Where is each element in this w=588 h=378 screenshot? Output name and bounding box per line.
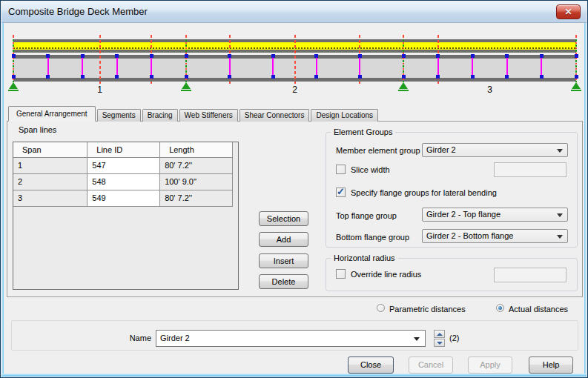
support-base-line	[8, 90, 19, 91]
selection-button[interactable]: Selection	[259, 211, 308, 226]
flange-groups-label: Specify flange groups for lateral bendin…	[351, 188, 497, 197]
dialog-window: 123 Composite Bridge Deck Member ✕ Gener…	[0, 0, 588, 378]
bottom-flange-group-label: Bottom flange group	[336, 233, 409, 242]
support-triangle-icon	[572, 82, 581, 89]
override-line-radius-input[interactable]	[494, 268, 566, 282]
support-base-line	[398, 90, 409, 91]
top-flange-group-label: Top flange group	[336, 211, 397, 220]
tab-design-locations[interactable]: Design Locations	[311, 109, 378, 122]
help-button[interactable]: Help	[529, 357, 573, 374]
bottom-flange-node	[575, 75, 578, 79]
support-triangle-icon	[9, 82, 18, 89]
actual-distances-radio[interactable]	[496, 304, 504, 312]
span-number-label: 2	[289, 84, 301, 95]
cross-brace-line	[316, 58, 317, 76]
top-flange-node	[358, 54, 362, 58]
add-button[interactable]: Add	[259, 232, 308, 247]
delete-button[interactable]: Delete	[259, 274, 308, 289]
bottom-flange-node	[436, 75, 440, 79]
table-cell[interactable]: 547	[87, 157, 160, 173]
down-arrow-icon	[437, 342, 443, 345]
tab-shear-connectors[interactable]: Shear Connectors	[240, 109, 310, 122]
bottom-flange-node	[185, 75, 188, 79]
top-flange-node	[185, 54, 188, 58]
column-header-line-id: Line ID	[87, 142, 160, 157]
member-element-group-value: Girder 2	[426, 145, 456, 154]
bottom-flange-node	[81, 75, 85, 79]
span-number-label: 1	[94, 84, 106, 95]
window-title: Composite Bridge Deck Member	[8, 6, 148, 17]
top-flange-node	[314, 54, 318, 58]
window-border-left	[1, 23, 4, 377]
override-line-radius-checkbox[interactable]	[336, 269, 346, 279]
top-flange-node	[540, 54, 544, 58]
table-cell[interactable]: 3	[13, 190, 87, 206]
cross-brace-line	[506, 58, 508, 76]
name-value: Girder 2	[160, 334, 190, 342]
tab-segments[interactable]: Segments	[97, 109, 141, 122]
table-cell[interactable]: 80' 7.2''	[160, 157, 233, 173]
tab-bracing[interactable]: Bracing	[142, 109, 178, 122]
close-window-button[interactable]: ✕	[556, 4, 581, 19]
horizontal-radius-title: Horizontal radius	[331, 253, 398, 262]
table-cell[interactable]: 2	[13, 173, 87, 190]
table-cell[interactable]: 548	[87, 173, 160, 190]
slice-width-checkbox[interactable]	[336, 165, 346, 174]
design-location-line	[99, 35, 101, 84]
bottom-flange-node	[358, 75, 362, 79]
parametric-distances-label: Parametric distances	[389, 305, 466, 314]
table-row[interactable]: 154780' 7.2''	[13, 157, 233, 173]
span-lines-table[interactable]: SpanLine IDLength 154780' 7.2''2548100' …	[13, 142, 239, 290]
table-cell[interactable]: 1	[13, 157, 87, 173]
table-cell[interactable]: 549	[87, 190, 160, 206]
up-arrow-icon	[437, 333, 443, 336]
tab-web-stiffeners[interactable]: Web Stiffeners	[179, 109, 238, 122]
table-cell[interactable]: 100' 9.0''	[160, 173, 233, 190]
member-element-group-dropdown[interactable]: Girder 2	[422, 143, 568, 157]
bottom-flange-group-value: Girder 2 - Bottom flange	[426, 231, 513, 240]
table-row[interactable]: 2548100' 9.0''	[13, 173, 233, 190]
top-flange-node	[228, 54, 231, 58]
title-bar[interactable]: Composite Bridge Deck Member	[1, 1, 587, 23]
cross-brace-line	[151, 58, 152, 76]
cancel-button[interactable]: Cancel	[409, 357, 453, 374]
support-triangle-icon	[399, 82, 408, 89]
check-icon: ✓	[337, 186, 345, 197]
cross-brace-line	[47, 58, 49, 76]
spinner-down-button[interactable]	[434, 339, 445, 347]
member-element-group-label: Member element group	[336, 146, 420, 155]
parametric-distances-radio[interactable]	[377, 304, 385, 312]
support-triangle-icon	[182, 82, 191, 89]
cross-brace-line	[541, 58, 542, 76]
bottom-flange-group-dropdown[interactable]: Girder 2 - Bottom flange	[422, 229, 568, 243]
bottom-flange-node	[115, 75, 119, 79]
support-base-line	[571, 90, 581, 91]
insert-button[interactable]: Insert	[259, 253, 308, 268]
cross-brace-line	[82, 58, 83, 76]
bottom-flange-node	[12, 75, 16, 79]
spinner-up-button[interactable]	[434, 330, 445, 338]
actual-distances-label: Actual distances	[509, 305, 568, 314]
name-combobox[interactable]: Girder 2	[156, 330, 426, 347]
chevron-down-icon	[557, 213, 563, 217]
close-button[interactable]: Close	[348, 357, 394, 374]
slice-width-input[interactable]	[494, 162, 566, 177]
chevron-down-icon	[414, 337, 420, 341]
top-flange-group-dropdown[interactable]: Girder 2 - Top flange	[422, 208, 568, 222]
span-lines-label: Span lines	[19, 125, 56, 134]
table-row[interactable]: 354980' 7.2''	[13, 190, 233, 206]
chevron-down-icon	[557, 235, 563, 239]
top-flange-node	[436, 54, 440, 58]
table-cell[interactable]: 80' 7.2''	[160, 190, 233, 206]
close-icon: ✕	[564, 7, 572, 17]
top-flange-node	[471, 54, 475, 58]
cross-brace-line	[229, 58, 231, 76]
top-flange-node	[81, 54, 85, 58]
bottom-flange-node	[150, 75, 153, 79]
tab-general-arrangement[interactable]: General Arrangement	[8, 106, 96, 122]
flange-groups-checkbox[interactable]: ✓	[336, 188, 346, 197]
top-flange-node	[271, 54, 275, 58]
bottom-flange-node	[402, 75, 406, 79]
apply-button[interactable]: Apply	[468, 357, 512, 374]
radio-dot-icon	[498, 306, 502, 310]
